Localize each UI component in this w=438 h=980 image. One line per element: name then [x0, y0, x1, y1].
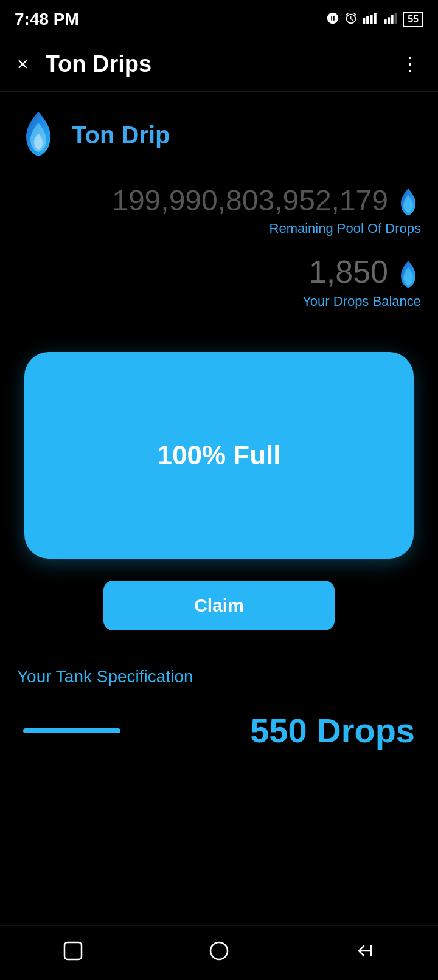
brand-logo — [17, 111, 60, 159]
status-icons: 55 — [326, 12, 423, 28]
header-left: × Ton Drips — [17, 51, 151, 77]
home-circle-icon — [208, 940, 230, 967]
pool-amount-value: 199,990,803,952,179 — [112, 184, 388, 217]
nav-back-button[interactable] — [347, 935, 383, 971]
pool-flame-icon — [395, 184, 421, 217]
svg-rect-6 — [391, 15, 394, 24]
status-bar: 7:48 PM — [0, 0, 438, 36]
svg-point-9 — [210, 942, 228, 959]
brand-name: Ton Drip — [72, 122, 170, 149]
svg-rect-0 — [363, 18, 365, 24]
tank-progress-bar — [23, 728, 120, 733]
app-header: × Ton Drips ⋮ — [0, 36, 438, 91]
tank-spec-row: 550 Drops — [17, 711, 421, 750]
tank-spec-section: Your Tank Specification 550 Drops — [0, 643, 438, 762]
svg-rect-7 — [395, 12, 397, 23]
balance-amount-value: 1,850 — [309, 254, 388, 290]
svg-rect-2 — [370, 14, 372, 24]
alarm-icon — [344, 12, 358, 28]
tank-spec-title: Your Tank Specification — [17, 667, 421, 686]
balance-flame-icon — [395, 254, 421, 290]
tank-percent-label: 100% Full — [158, 440, 281, 471]
balance-label: Your Drops Balance — [17, 294, 421, 309]
pool-amount-row: 199,990,803,952,179 — [17, 184, 421, 217]
pool-label: Remaining Pool Of Drops — [17, 221, 421, 236]
menu-button[interactable]: ⋮ — [400, 52, 421, 75]
balance-amount-row: 1,850 — [17, 254, 421, 290]
home-square-icon — [62, 940, 84, 967]
nav-bar — [0, 925, 438, 980]
close-button[interactable]: × — [17, 53, 29, 75]
balance-row: 1,850 Your Drops Balance — [17, 254, 421, 309]
nav-home-button[interactable] — [55, 935, 91, 971]
vpn-icon — [326, 12, 339, 28]
tank-card: 100% Full — [24, 352, 414, 559]
tank-section: 100% Full Claim — [0, 328, 438, 643]
claim-button[interactable]: Claim — [103, 581, 335, 630]
svg-rect-1 — [366, 16, 369, 24]
svg-rect-8 — [64, 942, 82, 959]
battery-icon: 55 — [403, 12, 423, 27]
signal-bars-icon — [363, 12, 380, 28]
svg-rect-5 — [388, 17, 391, 24]
stats-section: 199,990,803,952,179 Remaining Pool Of Dr… — [0, 165, 438, 328]
page-title: Ton Drips — [46, 51, 152, 77]
nav-menu-button[interactable] — [201, 935, 237, 971]
svg-rect-4 — [384, 19, 387, 23]
brand-section: Ton Drip — [0, 92, 438, 165]
back-arrow-icon — [354, 940, 376, 967]
status-time: 7:48 PM — [15, 10, 79, 29]
svg-rect-3 — [374, 13, 377, 24]
signal-icon — [384, 12, 398, 28]
tank-drops-value: 550 Drops — [250, 711, 415, 750]
